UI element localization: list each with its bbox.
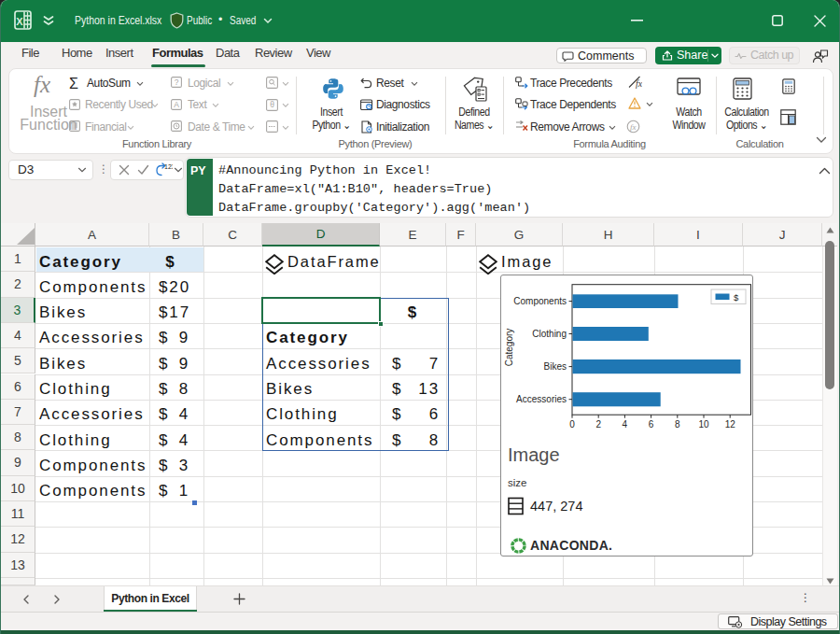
svg-text:Components: Components (513, 296, 567, 306)
svg-text:10: 10 (698, 419, 709, 430)
svg-text:Bikes: Bikes (544, 361, 567, 372)
svg-text:Accessories: Accessories (516, 394, 567, 404)
svg-text:Clothing: Clothing (532, 329, 567, 339)
svg-text:8: 8 (675, 419, 680, 430)
svg-text:6: 6 (649, 419, 654, 430)
svg-text:fx: fx (636, 78, 642, 89)
svg-text:12: 12 (725, 419, 736, 430)
svg-text:X: X (16, 16, 23, 27)
svg-text:4: 4 (623, 419, 628, 430)
svg-text:Category: Category (504, 329, 514, 367)
svg-text:fx: fx (630, 122, 637, 132)
svg-text:$: $ (734, 292, 739, 303)
svg-text:2: 2 (595, 419, 601, 430)
svg-text:θ: θ (270, 100, 274, 109)
svg-text:A: A (174, 100, 179, 109)
svg-text:?: ? (175, 77, 179, 87)
svg-text:123: 123 (164, 163, 173, 170)
svg-text:0: 0 (569, 419, 575, 430)
